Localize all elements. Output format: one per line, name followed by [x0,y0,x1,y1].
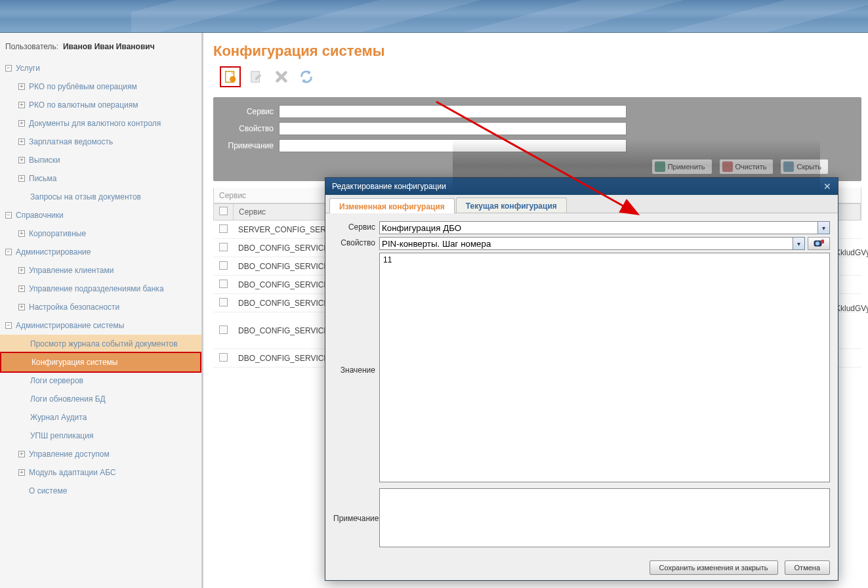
nav-about[interactable]: О системе [0,482,201,500]
filter-property-label: Свойство [226,124,279,133]
sidebar: Пользователь: Иванов Иван Иванович −Услу… [0,33,203,588]
row-checkbox[interactable] [219,326,228,334]
edit-icon [249,70,264,84]
modal-value-label: Значение [333,364,379,375]
minus-icon: − [5,212,12,219]
filter-note-label: Примечание [226,141,279,150]
nav-branches[interactable]: +Управление подразделениями банка [0,280,201,298]
row-checkbox[interactable] [219,261,228,270]
modal-property-select[interactable] [379,237,793,250]
plus-icon: + [18,83,25,90]
svg-point-5 [816,242,819,245]
nav-admin[interactable]: −Администрирование [0,243,201,261]
nav-refs[interactable]: −Справочники [0,206,201,224]
lookup-icon [814,239,824,248]
dialog-title-bar[interactable]: Редактирование конфигурации ✕ [325,178,838,195]
row-checkbox[interactable] [219,224,228,233]
refresh-button[interactable] [297,68,316,86]
nav-salary[interactable]: +Зарплатная ведомость [0,133,201,151]
close-icon[interactable]: ✕ [823,181,831,192]
plus-icon: + [18,157,25,163]
modal-service-label: Сервис [333,221,379,232]
svg-point-1 [230,76,236,82]
dropdown-icon[interactable] [793,237,805,250]
refresh-icon [299,70,314,84]
nav-val-control[interactable]: +Документы для валютного контроля [0,114,201,133]
plus-icon: + [18,304,25,310]
modal-service-select[interactable] [379,221,818,234]
apply-button[interactable]: Применить [651,159,713,175]
row-service: SERVER_CONFIG_SERVICE [233,222,331,238]
nav-corporate[interactable]: +Корпоративные [0,224,201,243]
row-checkbox[interactable] [219,353,228,362]
nav-rko-val[interactable]: +РКО по валютным операциям [0,96,201,114]
row-checkbox[interactable] [219,280,228,288]
modal-note-textarea[interactable] [379,488,830,547]
clear-button[interactable]: Очистить [719,159,774,175]
select-all-checkbox[interactable] [219,207,228,215]
col-service[interactable]: Сервис [234,204,332,220]
nav-statements[interactable]: +Выписки [0,151,201,169]
nav-access[interactable]: +Управление доступом [0,445,201,463]
row-service: DBO_CONFIG_SERVICE [233,295,331,311]
nav-event-log[interactable]: Просмотр журнала событий документов [0,335,201,353]
new-doc-icon [223,70,238,84]
dialog-footer: Сохранить изменения и закрыть Отмена [325,555,838,580]
row-service: DBO_CONFIG_SERVICE [233,240,331,256]
nav-abs[interactable]: +Модуль адаптации АБС [0,463,201,482]
plus-icon: + [18,138,25,145]
dialog-tabs: Измененная конфигурация Текущая конфигур… [325,195,838,213]
modal-property-label: Свойство [333,237,379,247]
lookup-button[interactable] [808,237,830,250]
edit-config-dialog: Редактирование конфигурации ✕ Измененная… [325,177,838,581]
user-line: Пользователь: Иванов Иван Иванович [0,38,201,59]
delete-button[interactable] [272,68,291,86]
nav-server-logs[interactable]: Логи серверов [0,371,201,390]
row-service: DBO_CONFIG_SERVICE [233,350,331,366]
nav-audit[interactable]: Журнал Аудита [0,408,201,427]
filter-service-label: Сервис [226,107,279,116]
new-button[interactable] [220,66,241,87]
truncated-text-2: KkludGVybm [835,304,868,313]
edit-button[interactable] [247,68,266,86]
plus-icon: + [18,120,25,127]
dialog-body: Сервис Свойство Значение Примечание [325,213,838,555]
nav-sys-config[interactable]: Конфигурация системы [1,353,200,371]
toolbar [213,66,861,87]
minus-icon: − [5,322,12,329]
plus-icon: + [18,267,25,274]
filter-panel: Сервис Свойство Примечание Применить Очи… [213,97,861,181]
nav-highlight: Конфигурация системы [0,352,201,373]
nav-security[interactable]: +Настройка безопасности [0,298,201,316]
plus-icon: + [18,451,25,457]
tab-changed-config[interactable]: Измененная конфигурация [329,198,455,213]
nav-ups[interactable]: УПШ репликация [0,427,201,445]
row-checkbox[interactable] [219,298,228,306]
nav-services[interactable]: −Услуги [0,59,201,77]
page-title: Конфигурация системы [213,43,861,60]
modal-note-label: Примечание [333,513,379,523]
nav-recall[interactable]: Запросы на отзыв документов [0,188,201,206]
filter-note-input[interactable] [279,139,627,152]
truncated-text: KkludGVybm [835,248,868,257]
filter-property-input[interactable] [279,122,627,135]
modal-value-textarea[interactable] [379,253,830,482]
plus-icon: + [18,102,25,108]
nav-db-logs[interactable]: Логи обновления БД [0,390,201,408]
nav-sysadmin[interactable]: −Администрирование системы [0,316,201,335]
row-checkbox[interactable] [219,243,228,251]
tab-current-config[interactable]: Текущая конфигурация [456,198,567,213]
dropdown-icon[interactable] [818,221,830,234]
nav-clients[interactable]: +Управление клиентами [0,261,201,280]
top-banner [0,0,868,33]
plus-icon: + [18,285,25,292]
minus-icon: − [5,65,12,72]
save-close-button[interactable]: Сохранить изменения и закрыть [650,560,778,575]
nav-letters[interactable]: +Письма [0,169,201,188]
hide-button[interactable]: Скрыть [780,159,829,175]
cancel-button[interactable]: Отмена [785,560,830,575]
nav-rko-rub[interactable]: +РКО по рублёвым операциям [0,77,201,96]
row-service: DBO_CONFIG_SERVICE [233,277,331,293]
row-service: DBO_CONFIG_SERVICE [233,259,331,274]
filter-service-input[interactable] [279,105,627,118]
